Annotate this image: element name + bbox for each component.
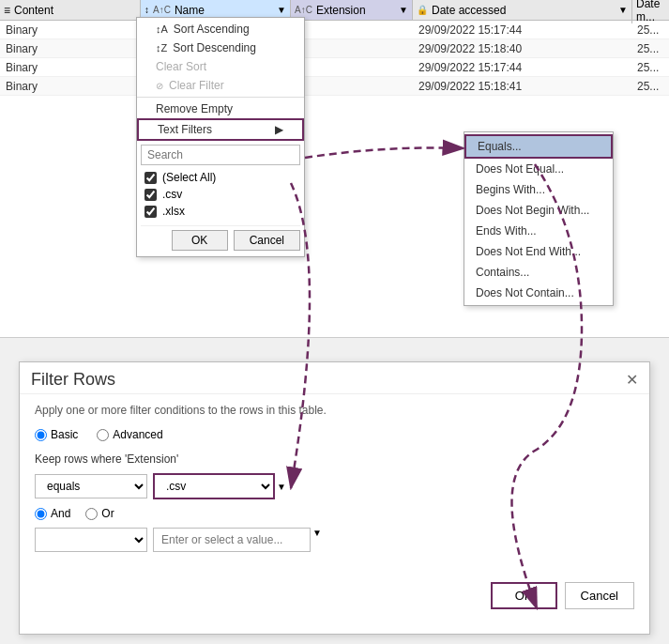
sort-desc-icon: ↕Z (156, 42, 167, 54)
dialog-close-button[interactable]: ✕ (626, 371, 638, 389)
or-radio-label[interactable]: Or (85, 507, 114, 520)
does-not-begin-with-item[interactable]: Does Not Begin With... (464, 200, 613, 221)
advanced-radio[interactable] (97, 429, 109, 441)
does-not-contain-item[interactable]: Does Not Contain... (464, 283, 613, 303)
col-extension-header[interactable]: A↑C Extension ▼ (291, 0, 413, 20)
basic-radio[interactable] (35, 429, 47, 441)
csv-checkbox[interactable] (144, 189, 157, 201)
dropdown-arrow-name[interactable]: ▼ (277, 5, 286, 15)
cell-content-1: Binary (0, 42, 141, 55)
cell-date2-1: 25... (631, 42, 669, 55)
first-filter-row: equals .csv ▼ (35, 473, 634, 499)
sort-asc-icon: ↕A (156, 23, 168, 35)
filter-cancel-button[interactable]: Cancel (234, 230, 300, 251)
filter-search-input[interactable] (141, 145, 300, 165)
and-radio-label[interactable]: And (35, 507, 70, 520)
dialog-title: Filter Rows (31, 370, 115, 390)
filter-rows-dialog: Filter Rows ✕ Apply one or more filter c… (19, 361, 650, 635)
cell-content-0: Binary (0, 23, 141, 37)
cell-date-2: 29/09/2022 15:17:44 (413, 61, 631, 74)
table-row: Binary 29/09/2022 15:17:44 25... (0, 58, 669, 77)
filter-buttons: OK Cancel (141, 225, 300, 251)
table-body: Binary 29/09/2022 15:17:44 25... Binary … (0, 21, 669, 96)
list-icon: ≡ (4, 4, 10, 17)
cell-content-3: Binary (0, 80, 141, 93)
select-all-checkbox[interactable] (144, 172, 157, 184)
cell-date-3: 29/09/2022 15:18:41 (413, 80, 631, 93)
cell-date-1: 29/09/2022 15:18:40 (413, 42, 631, 55)
or-radio[interactable] (85, 508, 98, 520)
xlsx-checkbox[interactable] (144, 206, 157, 218)
filter-csv[interactable]: .csv (141, 186, 300, 203)
and-radio[interactable] (35, 508, 47, 520)
menu-separator-1 (137, 97, 304, 98)
lock-icon: 🔒 (417, 5, 428, 15)
condition1-operator-select[interactable]: equals (35, 474, 147, 498)
text-filters-submenu: Equals... Does Not Equal... Begins With.… (464, 131, 614, 306)
clear-sort-item[interactable]: Clear Sort (137, 57, 304, 76)
keep-rows-label: Keep rows where 'Extension' (35, 452, 634, 466)
condition1-value-select[interactable]: .csv (153, 473, 275, 499)
condition2-value-input[interactable] (153, 528, 311, 552)
dialog-cancel-button[interactable]: Cancel (565, 582, 634, 609)
table-row: Binary 29/09/2022 15:17:44 25... (0, 21, 669, 39)
dropdown-arrow-date[interactable]: ▼ (618, 5, 628, 15)
table-area: ≡ Content ↕ A↑C Name ▼ A↑C Extension ▼ 🔒… (0, 0, 669, 338)
value-dropdown-arrow: ▼ (277, 482, 286, 492)
advanced-radio-label[interactable]: Advanced (97, 428, 162, 441)
sort-descending-item[interactable]: ↕Z Sort Descending (137, 38, 304, 57)
filter-ok-button[interactable]: OK (172, 230, 228, 251)
dialog-footer: OK Cancel (20, 576, 649, 615)
value2-dropdown-arrow: ▼ (312, 528, 322, 552)
second-filter-row: ▼ (35, 528, 634, 552)
table-row: Binary 29/09/2022 15:18:40 25... (0, 39, 669, 58)
funnel-icon: ⊘ (156, 81, 163, 91)
and-or-row: And Or (35, 507, 634, 520)
filter-xlsx[interactable]: .xlsx (141, 203, 300, 220)
col-content-header[interactable]: ≡ Content (0, 0, 141, 20)
cell-date2-3: 25... (631, 80, 669, 93)
clear-filter-item[interactable]: ⊘ Clear Filter (137, 76, 304, 95)
chevron-right-icon: ▶ (275, 123, 283, 136)
condition2-operator-select[interactable] (35, 528, 147, 552)
text-filters-item[interactable]: Text Filters ▶ (137, 118, 304, 141)
dialog-description: Apply one or more filter conditions to t… (35, 404, 634, 417)
basic-radio-label[interactable]: Basic (35, 428, 78, 441)
does-not-equal-item[interactable]: Does Not Equal... (464, 159, 613, 179)
contains-item[interactable]: Contains... (464, 262, 613, 283)
mode-radio-group: Basic Advanced (35, 428, 634, 441)
sort-ascending-item[interactable]: ↕A Sort Ascending (137, 20, 304, 38)
table-header: ≡ Content ↕ A↑C Name ▼ A↑C Extension ▼ 🔒… (0, 0, 669, 21)
dialog-overlay: Filter Rows ✕ Apply one or more filter c… (0, 347, 669, 644)
dialog-titlebar: Filter Rows ✕ (20, 362, 649, 394)
cell-date2-2: 25... (631, 61, 669, 74)
cell-date-0: 29/09/2022 15:17:44 (413, 23, 631, 37)
remove-empty-item[interactable]: Remove Empty (137, 100, 304, 118)
dialog-body: Apply one or more filter conditions to t… (20, 394, 649, 576)
dropdown-arrow-ext[interactable]: ▼ (399, 5, 408, 15)
col-date-modified-header: Date m... (631, 0, 669, 23)
filter-select-all[interactable]: (Select All) (141, 169, 300, 186)
table-row: Binary 29/09/2022 15:18:41 25... (0, 77, 669, 96)
sort-icon: ↕ (144, 5, 149, 15)
ends-with-item[interactable]: Ends With... (464, 221, 613, 241)
equals-item[interactable]: Equals... (464, 134, 613, 159)
cell-content-2: Binary (0, 61, 141, 74)
begins-with-item[interactable]: Begins With... (464, 179, 613, 200)
does-not-end-with-item[interactable]: Does Not End With... (464, 241, 613, 262)
dropdown-menu: ↕A Sort Ascending ↕Z Sort Descending Cle… (136, 17, 305, 257)
cell-date2-0: 25... (631, 23, 669, 37)
col-date-header[interactable]: 🔒 Date accessed ▼ (413, 0, 631, 20)
search-area: (Select All) .csv .xlsx OK Cancel (137, 141, 304, 254)
dialog-ok-button[interactable]: OK (491, 582, 557, 609)
